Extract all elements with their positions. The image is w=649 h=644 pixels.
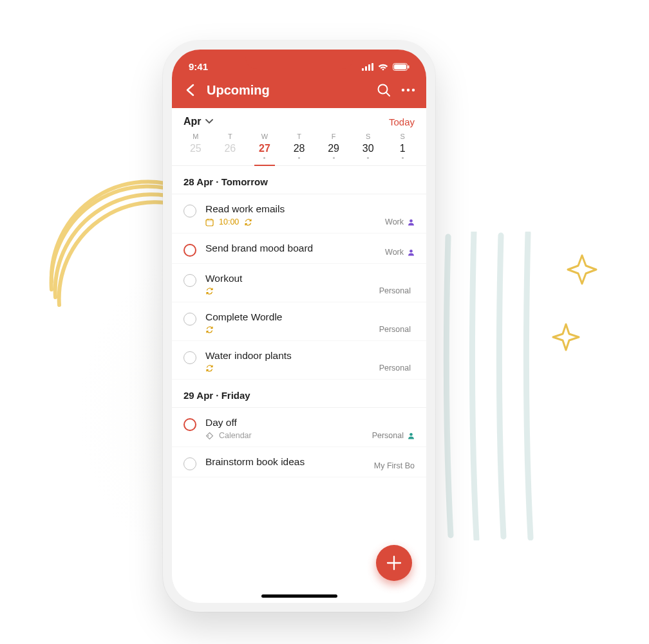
week-day-label: M [178,133,213,140]
week-day-number: 28 [282,143,317,154]
month-row: Apr Today [172,108,426,131]
task-project: Personal [372,431,415,440]
week-day[interactable]: T28 [282,133,317,165]
task-row[interactable]: Read work emails10:00Work [172,194,426,234]
week-day[interactable]: S30 [351,133,386,165]
week-day-dot [402,157,404,159]
task-label: Calendar [219,431,252,440]
task-name: Workout [205,273,415,284]
svg-point-9 [402,89,404,91]
svg-rect-3 [372,63,373,71]
task-project: My First Bo [374,461,415,470]
project-name: Personal [372,431,404,440]
search-button[interactable] [376,82,391,98]
task-body: Send brand mood board [205,243,415,257]
task-row[interactable]: Brainstorm book ideasMy First Bo [172,447,426,477]
svg-rect-6 [408,65,409,68]
wifi-icon [377,63,389,71]
task-row[interactable]: Day offCalendarPersonal [172,408,426,447]
week-day[interactable]: T26 [213,133,248,165]
task-checkbox[interactable] [183,351,196,364]
task-row[interactable]: Complete WordlePersonal [172,302,426,341]
week-day-number: 30 [351,143,386,154]
week-day-label: T [213,133,248,140]
week-day-label: F [316,133,351,140]
plus-icon [386,555,402,571]
recurring-icon [205,364,214,373]
week-day-number: 29 [316,143,351,154]
month-picker[interactable]: Apr [183,116,213,127]
task-project: Personal [379,286,415,295]
svg-point-17 [409,249,413,252]
week-day-dot [298,157,300,159]
calendar-icon [205,218,214,226]
task-list[interactable]: 28 Apr · TomorrowRead work emails10:00Wo… [172,166,426,603]
add-task-fab[interactable] [376,545,412,581]
week-day-dot [333,157,335,159]
week-day-number: 1 [385,143,420,154]
task-checkbox[interactable] [183,418,196,431]
tag-icon [205,432,214,440]
today-button[interactable]: Today [389,116,415,127]
task-name: Send brand mood board [205,243,415,254]
task-row[interactable]: Send brand mood boardWork [172,234,426,264]
svg-rect-2 [368,64,370,71]
task-project: Personal [379,325,415,334]
task-name: Read work emails [205,203,415,215]
app-header: Upcoming [172,76,426,108]
week-day[interactable]: M25 [178,133,213,165]
task-checkbox[interactable] [183,244,196,257]
svg-point-11 [412,89,415,91]
week-day-dot [263,157,265,159]
status-time: 9:41 [189,61,208,72]
task-body: Read work emails10:00 [205,203,415,226]
section-header: 28 Apr · Tomorrow [172,166,426,194]
task-name: Water indoor plants [205,350,415,362]
project-icon [408,249,415,256]
svg-rect-5 [394,64,406,69]
home-indicator [261,594,337,598]
svg-point-19 [409,432,413,436]
signal-icon [362,63,373,71]
week-day-label: S [385,133,420,140]
task-checkbox[interactable] [183,205,196,217]
decorative-sparkle-icon [550,322,581,353]
week-day-number: 27 [247,143,282,154]
task-name: Day off [205,417,415,428]
project-icon [408,432,415,439]
svg-rect-1 [365,66,367,71]
svg-point-18 [208,435,209,436]
project-name: Work [385,217,404,226]
decorative-teal-lines [437,232,546,540]
phone-screen: 9:41 Upcoming [172,50,426,603]
chevron-down-icon [205,119,213,124]
week-day-number: 25 [178,143,213,154]
project-name: Personal [379,286,411,295]
task-meta: 10:00 [205,217,415,226]
recurring-icon [244,218,252,226]
task-checkbox[interactable] [183,274,196,287]
task-checkbox[interactable] [183,313,196,326]
week-day[interactable]: S1 [385,133,420,165]
project-icon [408,219,415,226]
back-button[interactable] [182,82,198,98]
project-name: My First Bo [374,461,415,470]
section-header: 29 Apr · Friday [172,380,426,408]
more-button[interactable] [400,82,416,98]
week-day[interactable]: F29 [316,133,351,165]
task-project: Work [385,217,415,226]
task-project: Personal [379,363,415,373]
week-day-label: T [282,133,317,140]
svg-point-10 [407,89,409,91]
task-name: Complete Wordle [205,311,415,323]
task-checkbox[interactable] [183,457,196,470]
svg-line-8 [386,93,390,96]
task-time: 10:00 [219,217,239,226]
decorative-sparkle-icon [567,254,597,285]
week-day-dot [367,157,369,159]
week-day[interactable]: W27 [247,133,282,165]
battery-icon [393,63,409,71]
task-row[interactable]: WorkoutPersonal [172,264,426,302]
task-row[interactable]: Water indoor plantsPersonal [172,341,426,380]
month-label: Apr [183,116,202,127]
